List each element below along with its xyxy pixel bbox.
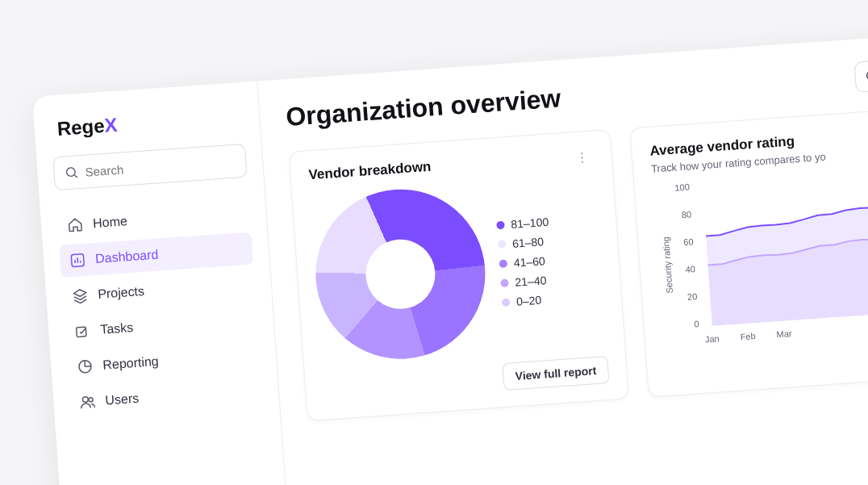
x-tick: Feb xyxy=(740,331,756,341)
y-tick: 60 xyxy=(670,236,694,248)
legend-label: 0–20 xyxy=(516,294,542,308)
x-tick: Mar xyxy=(776,328,792,339)
legend-label: 41–60 xyxy=(513,254,545,270)
main-content: Organization overview Filters Customize … xyxy=(257,18,868,485)
brand-accent: X xyxy=(103,114,118,136)
search-icon xyxy=(863,68,868,85)
search-box[interactable] xyxy=(52,144,247,191)
y-tick: 80 xyxy=(669,209,692,220)
x-tick: Jan xyxy=(705,333,720,344)
legend-item: 21–40 xyxy=(500,274,553,290)
donut-legend: 81–10061–8041–6021–400–20 xyxy=(496,215,555,316)
legend-swatch xyxy=(499,259,508,268)
svg-point-4 xyxy=(82,396,88,402)
legend-label: 61–80 xyxy=(512,235,545,250)
donut-chart xyxy=(310,184,490,365)
y-tick: 0 xyxy=(676,319,699,330)
sidebar-item-label: Home xyxy=(93,214,128,231)
line-chart: Security rating 100806040200 JanFebMar xyxy=(652,152,868,347)
legend-swatch xyxy=(502,298,511,307)
brand-logo: RegeX xyxy=(50,105,244,141)
view-full-report-button[interactable]: View full report xyxy=(503,356,610,391)
legend-swatch xyxy=(500,278,509,287)
nav-list: Home Dashboard Projects Tasks Reporting … xyxy=(56,197,264,420)
legend-swatch xyxy=(498,240,507,249)
legend-swatch xyxy=(496,221,505,230)
kebab-menu-icon[interactable]: ⋮ xyxy=(570,148,595,168)
y-tick: 40 xyxy=(673,264,696,275)
svg-point-5 xyxy=(89,398,93,402)
page-title: Organization overview xyxy=(285,83,561,132)
search-input[interactable] xyxy=(85,154,239,178)
sidebar-item-label: Users xyxy=(105,391,140,408)
sidebar-item-label: Reporting xyxy=(102,354,159,373)
cards-row: Vendor breakdown ⋮ 81–10061–8041–6021–40… xyxy=(289,92,868,421)
line-plot xyxy=(694,165,868,326)
bar-chart-icon xyxy=(69,252,86,269)
sidebar-item-label: Tasks xyxy=(100,320,134,337)
card-average-vendor-rating: Average vendor rating Track how your rat… xyxy=(629,92,868,397)
sidebar-item-label: Dashboard xyxy=(95,248,159,266)
home-icon xyxy=(67,216,84,233)
card-vendor-breakdown: Vendor breakdown ⋮ 81–10061–8041–6021–40… xyxy=(289,129,629,421)
brand-name: Rege xyxy=(56,115,105,140)
legend-label: 81–100 xyxy=(511,215,549,231)
legend-item: 81–100 xyxy=(496,215,549,232)
search-icon xyxy=(64,164,79,181)
sidebar-item-label: Projects xyxy=(98,284,145,302)
legend-label: 21–40 xyxy=(515,274,547,289)
legend-item: 61–80 xyxy=(498,235,551,251)
layers-icon xyxy=(72,287,89,304)
card-title: Vendor breakdown xyxy=(308,159,432,184)
y-tick: 20 xyxy=(674,291,698,303)
check-square-icon xyxy=(74,323,91,340)
legend-item: 0–20 xyxy=(502,293,555,309)
legend-item: 41–60 xyxy=(499,254,552,270)
pie-chart-icon xyxy=(77,358,94,375)
search-button[interactable] xyxy=(854,60,868,93)
app-window: RegeX Home Dashboard Projects Tas xyxy=(32,18,868,485)
y-tick: 100 xyxy=(666,182,690,193)
users-icon xyxy=(79,393,96,410)
svg-point-0 xyxy=(66,168,75,177)
